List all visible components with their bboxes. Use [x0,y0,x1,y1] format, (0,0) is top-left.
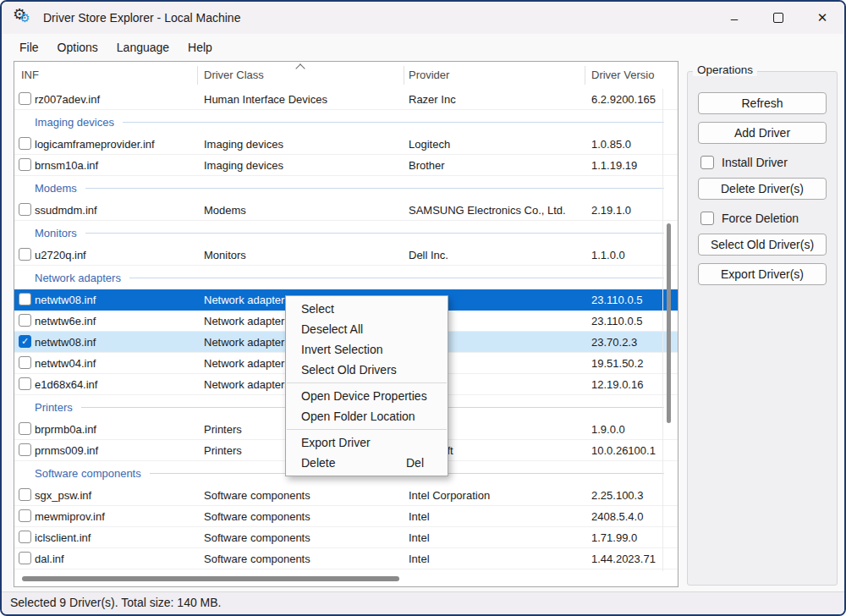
driver-row[interactable]: logicamframeprovider.infImaging devicesL… [14,134,678,155]
context-menu-item-export-driver[interactable]: Export Driver [286,432,448,453]
install-driver-checkbox[interactable]: Install Driver [700,154,837,171]
context-menu-separator [287,382,447,383]
column-divider [404,66,404,85]
cell-driver-version: 23.70.2.3 [591,336,659,349]
row-checkbox[interactable] [19,377,31,390]
driver-row[interactable]: u2720q.infMonitorsDell Inc.1.1.0.0 [14,245,678,266]
cell-driver-class: Software components [204,553,400,565]
context-menu-item-invert-selection[interactable]: Invert Selection [286,339,448,360]
cell-inf: netwtw6e.inf [35,315,194,327]
app-gears-icon: ⚙ ⚙ [14,8,34,28]
group-header[interactable]: Modems [14,176,678,200]
group-header[interactable]: Monitors [14,221,678,245]
driver-row[interactable]: sgx_psw.infSoftware componentsIntel Corp… [14,485,678,506]
column-header-provider[interactable]: Provider [409,69,449,81]
context-menu-item-open-device-properties[interactable]: Open Device Properties [286,386,448,406]
menu-options[interactable]: Options [48,37,107,58]
group-header-line [85,233,664,234]
export-driver-s-button[interactable]: Export Driver(s) [698,263,827,285]
context-menu-item-open-folder-location[interactable]: Open Folder Location [286,406,448,426]
window-controls: – ✕ [712,2,844,34]
cell-driver-class: Imaging devices [204,159,400,172]
row-checkbox[interactable] [19,314,31,327]
operations-panel-title: Operations [693,63,757,76]
select-old-driver-s-button[interactable]: Select Old Driver(s) [698,234,827,256]
cell-driver-version: 2408.5.4.0 [591,510,659,523]
context-menu-item-deselect-all[interactable]: Deselect All [286,319,448,339]
column-header-driver-version[interactable]: Driver Versio [591,69,654,81]
column-header-inf[interactable]: INF [21,69,39,81]
cell-driver-version: 2.19.1.0 [591,204,659,217]
menu-file[interactable]: File [10,37,48,58]
cell-driver-version: 2.25.100.3 [591,489,659,502]
cell-driver-class: Modems [204,204,400,217]
row-checkbox[interactable]: ✓ [19,335,31,348]
driver-row[interactable]: rz007adev.infHuman Interface DevicesRaze… [14,89,678,110]
cell-inf: sgx_psw.inf [35,489,194,502]
vertical-scrollbar-thumb[interactable] [667,223,671,423]
cell-inf: iclsclient.inf [35,531,194,544]
row-checkbox[interactable] [19,293,31,305]
context-menu-item-delete[interactable]: DeleteDel [286,453,448,473]
cell-driver-version: 10.0.26100.1 [591,444,659,457]
minimize-button[interactable]: – [712,2,756,34]
menu-language[interactable]: Language [107,37,179,58]
cell-provider: SAMSUNG Electronics Co., Ltd. [409,204,581,217]
group-header[interactable]: Imaging devices [14,110,678,134]
window-title: Driver Store Explorer - Local Machine [43,11,240,25]
force-deletion-checkbox-box[interactable] [700,212,714,225]
context-menu-shortcut: Del [406,453,424,473]
cell-driver-version: 12.19.0.16 [591,378,659,391]
grid-header: INF Driver Class Provider Driver Versio [14,62,678,90]
row-checkbox[interactable] [19,203,31,216]
cell-provider: Intel Corporation [409,489,581,502]
operations-panel: Operations RefreshAdd DriverInstall Driv… [687,71,838,586]
cell-driver-class: Software components [204,510,400,523]
cell-provider: Razer Inc [409,93,581,106]
driver-row[interactable]: brnsm10a.infImaging devicesBrother1.1.19… [14,155,678,176]
context-menu-item-select[interactable]: Select [286,299,448,319]
menu-help[interactable]: Help [179,37,222,58]
row-checkbox[interactable] [19,422,31,435]
column-divider [585,66,585,85]
cell-driver-version: 19.51.50.2 [591,357,659,370]
group-header[interactable]: Network adapters [14,266,678,289]
maximize-icon [773,13,783,23]
row-checkbox[interactable] [19,356,31,369]
context-menu-item-select-old-drivers[interactable]: Select Old Drivers [286,360,448,380]
context-menu: SelectDeselect AllInvert SelectionSelect… [285,295,448,476]
row-checkbox[interactable] [19,531,31,543]
delete-driver-s-button[interactable]: Delete Driver(s) [698,178,827,200]
force-deletion-checkbox-label: Force Deletion [722,212,799,225]
context-menu-item-label: Delete [301,453,406,473]
row-checkbox[interactable] [19,552,31,564]
row-checkbox[interactable] [19,509,31,522]
group-header-label: Software components [35,467,141,480]
close-button[interactable]: ✕ [800,2,844,34]
driver-row[interactable]: iclsclient.infSoftware componentsIntel1.… [14,527,678,548]
add-driver-button[interactable]: Add Driver [698,122,827,144]
context-menu-item-label: Export Driver [301,432,439,453]
row-checkbox[interactable] [19,488,31,501]
row-checkbox[interactable] [19,248,31,261]
driver-row[interactable]: ssudmdm.infModemsSAMSUNG Electronics Co.… [14,200,678,221]
cell-inf: rz007adev.inf [35,93,194,106]
gear-blue-icon: ⚙ [19,11,30,25]
refresh-button[interactable]: Refresh [698,92,827,114]
cell-driver-version: 1.0.85.0 [591,138,659,151]
context-menu-item-label: Open Device Properties [301,386,439,406]
row-checkbox[interactable] [19,137,31,150]
row-checkbox[interactable] [19,92,31,105]
maximize-button[interactable] [756,2,800,34]
row-checkbox[interactable] [19,443,31,456]
install-driver-checkbox-box[interactable] [700,156,714,169]
cell-provider: Intel [409,553,581,565]
force-deletion-checkbox[interactable]: Force Deletion [700,210,837,227]
horizontal-scrollbar-thumb[interactable] [22,576,399,581]
driver-row[interactable]: dal.infSoftware componentsIntel1.44.2023… [14,548,678,569]
column-header-driver-class[interactable]: Driver Class [204,69,264,81]
cell-provider: Intel [409,531,581,544]
row-checkbox[interactable] [19,158,31,171]
driver-row[interactable]: mewmiprov.infSoftware componentsIntel240… [14,506,678,527]
cell-inf: ssudmdm.inf [35,204,194,217]
